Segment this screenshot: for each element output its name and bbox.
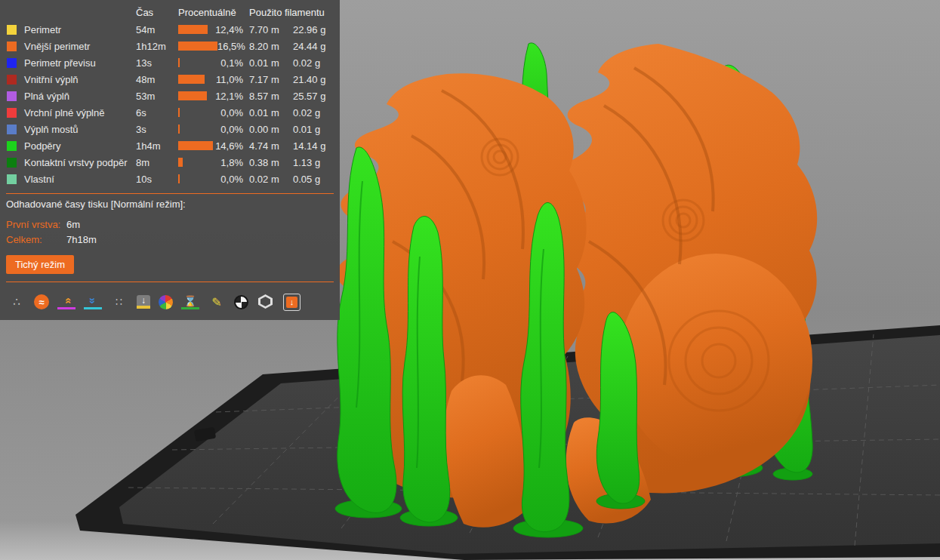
- feature-weight: 0.05 g: [293, 174, 334, 185]
- wipe-icon[interactable]: ≈: [34, 294, 49, 309]
- feature-weight: 0.02 g: [293, 57, 334, 69]
- feature-percent: 1,8%: [220, 157, 249, 168]
- col-header-filament: Použito filamentu: [249, 7, 334, 18]
- percent-bar: [178, 91, 207, 100]
- travels-icon[interactable]: ∴: [8, 293, 26, 311]
- feature-color-swatch: [7, 174, 17, 184]
- feature-label: Perimetr převisu: [24, 57, 136, 69]
- feature-percent: 0,0%: [220, 174, 249, 185]
- legend-row-overhang-perimeter: Perimetr převisu 13s 0,1% 0.01 m 0.02 g: [6, 54, 334, 71]
- feature-length: 4.74 m: [249, 140, 293, 152]
- feature-color-swatch: [7, 158, 17, 168]
- feature-length: 7.17 m: [249, 74, 293, 85]
- feature-label: Vnější perimetr: [24, 41, 136, 52]
- feature-length: 0.00 m: [249, 124, 293, 135]
- stealth-mode-button[interactable]: Tichý režim: [6, 255, 74, 274]
- divider: [6, 282, 334, 282]
- feature-time: 8m: [136, 157, 178, 168]
- feature-label: Perimetr: [24, 24, 136, 35]
- feature-time: 1h12m: [136, 41, 178, 52]
- percent-bar: [178, 125, 180, 134]
- center-of-gravity-icon[interactable]: [234, 295, 248, 309]
- feature-length: 0.02 m: [249, 174, 293, 185]
- legend-row-top-solid-infill: Vrchní plné výplně 6s 0,0% 0.01 m 0.02 g: [6, 104, 334, 121]
- feature-percent: 16,5%: [217, 41, 251, 52]
- legend-header-row: Čas Procentuálně Použito filamentu: [6, 5, 334, 20]
- legend-row-external-perimeter: Vnější perimetr 1h12m 16,5% 8.20 m 24.44…: [6, 38, 334, 54]
- feature-weight: 21.40 g: [293, 74, 334, 85]
- divider: [6, 193, 334, 194]
- feature-color-swatch: [7, 58, 17, 68]
- feature-length: 8.57 m: [249, 91, 293, 102]
- color-changes-icon[interactable]: [159, 295, 173, 309]
- legend-row-custom: Vlastní 10s 0,0% 0.02 m 0.05 g: [6, 171, 334, 187]
- legend-row-support-interface: Kontaktní vrstvy podpěr 8m 1,8% 0.38 m 1…: [6, 154, 334, 171]
- feature-time: 54m: [136, 24, 178, 35]
- first-layer-value: 6m: [66, 219, 334, 230]
- col-header-time: Čas: [136, 7, 178, 18]
- feature-color-swatch: [7, 91, 17, 101]
- gcode-preview-window: Čas Procentuálně Použito filamentu Perim…: [0, 0, 940, 560]
- percent-bar: [178, 141, 213, 150]
- feature-color-swatch: [7, 125, 17, 134]
- legend-row-internal-infill: Vnitřní výplň 48m 11,0% 7.17 m 21.40 g: [6, 71, 334, 88]
- feature-time: 10s: [136, 174, 178, 185]
- feature-length: 7.70 m: [249, 24, 293, 35]
- feature-percent: 0,1%: [220, 57, 249, 69]
- feature-time: 3s: [136, 124, 178, 135]
- shells-icon[interactable]: [257, 293, 275, 311]
- feature-weight: 25.57 g: [293, 91, 334, 102]
- feature-color-swatch: [7, 42, 17, 51]
- percent-bar: [178, 158, 183, 167]
- feature-label: Vlastní: [24, 174, 136, 185]
- percent-bar: [178, 58, 180, 67]
- feature-label: Kontaktní vrstvy podpěr: [24, 157, 136, 168]
- percent-bar: [178, 174, 180, 183]
- feature-color-swatch: [7, 108, 17, 118]
- feature-weight: 0.01 g: [293, 124, 334, 135]
- percent-bar: [178, 75, 205, 84]
- legend-toggle-icon[interactable]: ↓: [283, 294, 300, 311]
- feature-length: 0.01 m: [249, 57, 293, 69]
- total-time-label: Celkem:: [6, 234, 66, 245]
- percent-bar: [178, 42, 217, 51]
- estimates-title: Odhadované časy tisku [Normální režim]:: [6, 198, 334, 210]
- total-time-value: 7h18m: [66, 234, 334, 245]
- feature-label: Podpěry: [24, 140, 136, 152]
- feature-percent: 0,0%: [220, 107, 249, 118]
- feature-time: 1h4m: [136, 140, 178, 152]
- feature-weight: 22.96 g: [293, 24, 334, 35]
- col-header-percentage: Procentuálně: [178, 7, 249, 18]
- tool-changes-icon[interactable]: ↓: [137, 295, 150, 309]
- feature-label: Vnitřní výplň: [24, 74, 136, 85]
- feature-percent: 14,6%: [215, 140, 249, 152]
- feature-weight: 14.14 g: [293, 140, 334, 152]
- feature-color-swatch: [7, 141, 17, 151]
- retractions-icon[interactable]: »: [57, 294, 76, 309]
- legend-panel: Čas Procentuálně Použito filamentu Perim…: [0, 0, 340, 320]
- feature-weight: 24.44 g: [293, 41, 334, 52]
- deretractions-icon[interactable]: »: [84, 294, 102, 309]
- custom-gcodes-icon[interactable]: ✎: [208, 293, 226, 311]
- feature-percent: 12,1%: [215, 91, 249, 102]
- feature-length: 0.01 m: [249, 107, 293, 118]
- feature-percent: 12,4%: [215, 24, 249, 35]
- feature-weight: 1.13 g: [293, 157, 334, 168]
- feature-time: 13s: [136, 57, 178, 69]
- feature-label: Plná výplň: [24, 91, 136, 102]
- legend-row-bridge-infill: Výplň mostů 3s 0,0% 0.00 m 0.01 g: [6, 121, 334, 137]
- feature-time: 6s: [136, 107, 178, 118]
- pause-prints-icon[interactable]: ⌛: [181, 294, 199, 309]
- feature-time: 48m: [136, 74, 178, 85]
- feature-percent: 11,0%: [216, 74, 249, 85]
- feature-length: 0.38 m: [249, 157, 293, 168]
- first-layer-row: První vrstva: 6m: [6, 219, 334, 230]
- feature-color-swatch: [7, 75, 17, 85]
- feature-label: Výplň mostů: [24, 124, 136, 135]
- feature-length: 8.20 m: [249, 41, 293, 52]
- feature-color-swatch: [7, 25, 17, 35]
- view-options-toolbar: ∴ ≈ » » ∷ ↓ ⌛ ✎ ↓: [6, 287, 334, 312]
- total-time-row: Celkem: 7h18m: [6, 234, 334, 245]
- seams-icon[interactable]: ∷: [110, 293, 128, 311]
- percent-bar: [178, 108, 180, 117]
